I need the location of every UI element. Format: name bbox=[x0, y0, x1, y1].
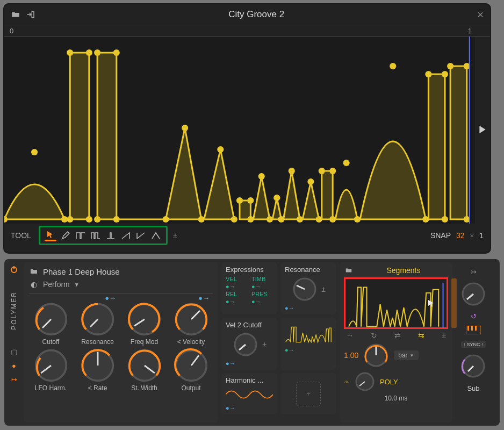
knob-label: < Velocity bbox=[177, 338, 205, 346]
svg-point-16 bbox=[236, 197, 243, 204]
ruler-end: 1 bbox=[468, 27, 485, 35]
refresh-icon[interactable]: ↺ bbox=[471, 312, 477, 320]
leaf-icon[interactable]: ❧ bbox=[344, 378, 350, 386]
knob-label: St. Width bbox=[131, 384, 157, 392]
vel2-route-icon[interactable]: ●→ bbox=[226, 360, 273, 367]
snap-times: × bbox=[470, 232, 474, 240]
tool-pulse-icon[interactable] bbox=[90, 230, 102, 241]
knob-stwidth[interactable] bbox=[127, 348, 162, 383]
import-icon[interactable] bbox=[26, 10, 35, 19]
tool-half-icon[interactable] bbox=[105, 230, 117, 241]
close-icon[interactable]: × bbox=[477, 9, 484, 21]
clock-icon[interactable]: ◐ bbox=[29, 280, 39, 289]
plus-icon[interactable]: + bbox=[296, 382, 321, 406]
svg-point-3 bbox=[67, 216, 73, 223]
play-icon[interactable] bbox=[479, 126, 486, 135]
loop-icon[interactable]: ↻ bbox=[371, 331, 377, 340]
resonance-title: Resonance bbox=[285, 266, 332, 274]
bipolar-icon[interactable]: ± bbox=[442, 331, 446, 340]
resonance-knob[interactable] bbox=[291, 276, 318, 303]
tool-triangle-icon[interactable] bbox=[150, 230, 162, 241]
svg-point-1 bbox=[31, 149, 38, 155]
svg-point-11 bbox=[162, 216, 169, 223]
knob-resonance[interactable] bbox=[80, 302, 116, 337]
knob-output[interactable] bbox=[174, 348, 209, 383]
segments-title[interactable]: Segments bbox=[359, 266, 448, 275]
vel-route-icon[interactable]: ●→ bbox=[226, 283, 247, 290]
svg-rect-67 bbox=[475, 326, 477, 331]
knob-lfoharm[interactable] bbox=[33, 348, 69, 383]
merge-icon[interactable]: ↣ bbox=[471, 268, 477, 276]
mod-arrow-icon[interactable]: ●→ bbox=[198, 294, 210, 302]
expand-icon[interactable]: ▢ bbox=[9, 347, 19, 357]
mod-arrow-icon[interactable]: ●→ bbox=[105, 294, 116, 302]
oneshot-icon[interactable]: → bbox=[346, 331, 354, 340]
pres-route-icon[interactable]: ●→ bbox=[251, 298, 273, 305]
remote-dot-icon[interactable]: ● bbox=[9, 361, 19, 371]
preset-folder[interactable]: Phase 1 Deep House bbox=[43, 267, 120, 276]
svg-point-21 bbox=[273, 195, 280, 201]
mini-route-icon[interactable]: ●→ bbox=[285, 347, 332, 353]
svg-point-9 bbox=[113, 49, 120, 56]
bipolar-icon[interactable]: ± bbox=[321, 285, 326, 293]
rate-knob[interactable] bbox=[363, 342, 390, 369]
poly-mode[interactable]: POLY bbox=[380, 378, 398, 386]
hold-icon[interactable]: ⇆ bbox=[418, 331, 424, 340]
play-column bbox=[475, 37, 490, 224]
knob-freqmod[interactable] bbox=[127, 302, 162, 337]
power-icon[interactable] bbox=[9, 264, 19, 274]
add-modulator-slot[interactable]: + bbox=[280, 373, 336, 414]
tool-pencil-icon[interactable] bbox=[60, 230, 71, 241]
harm-route-icon[interactable]: ●→ bbox=[226, 405, 273, 411]
svg-point-34 bbox=[425, 71, 431, 77]
expr-rel[interactable]: REL bbox=[226, 291, 247, 297]
mod-route-icon[interactable]: ↦ bbox=[9, 375, 19, 385]
pingpong-icon[interactable]: ⇄ bbox=[394, 331, 401, 340]
segments-preview[interactable] bbox=[344, 277, 448, 329]
smoothing-value[interactable]: 10.0 ms bbox=[344, 395, 448, 402]
piano-icon[interactable] bbox=[466, 326, 481, 336]
sub-knob[interactable] bbox=[460, 353, 486, 379]
tool-ramp-down-icon[interactable] bbox=[135, 230, 147, 241]
svg-point-29 bbox=[329, 216, 336, 223]
preset-menu[interactable]: Perform bbox=[43, 280, 70, 289]
segments-canvas[interactable] bbox=[4, 37, 475, 224]
expr-timb[interactable]: TIMB bbox=[251, 276, 273, 282]
timb-route-icon[interactable]: ●→ bbox=[251, 283, 273, 290]
svg-point-25 bbox=[307, 178, 314, 185]
svg-point-8 bbox=[94, 49, 100, 56]
svg-point-22 bbox=[278, 216, 284, 223]
knob-velocity[interactable] bbox=[174, 302, 209, 337]
snap-multiplier[interactable]: 1 bbox=[479, 231, 484, 240]
chevron-down-icon[interactable]: ▼ bbox=[74, 282, 80, 288]
sync-button[interactable]: ↑ SYNC ↑ bbox=[461, 341, 486, 348]
svg-point-33 bbox=[422, 216, 429, 223]
folder-icon[interactable] bbox=[11, 10, 20, 19]
snap-divisions[interactable]: 32 bbox=[456, 231, 465, 240]
folder-icon[interactable] bbox=[344, 266, 354, 275]
expr-pres[interactable]: PRES bbox=[251, 291, 273, 297]
expr-vel[interactable]: VEL bbox=[226, 276, 247, 282]
bipolar-icon[interactable]: ± bbox=[262, 340, 267, 349]
harmonic-box: Harmonic ... ●→ bbox=[221, 373, 277, 414]
rate-value[interactable]: 1.00 bbox=[344, 351, 358, 360]
tool-ramp-up-icon[interactable] bbox=[120, 230, 132, 241]
vel2-knob[interactable] bbox=[232, 331, 259, 358]
knob-rate[interactable] bbox=[80, 348, 116, 383]
smoothing-knob[interactable] bbox=[354, 371, 376, 392]
reso-route-icon[interactable]: ●→ bbox=[285, 305, 332, 311]
tool-step-icon[interactable] bbox=[75, 230, 87, 241]
rate-unit-select[interactable]: bar▼ bbox=[394, 350, 418, 360]
rail-knob-1[interactable] bbox=[460, 281, 486, 307]
mini-segments-preview[interactable]: ●→ bbox=[280, 318, 336, 370]
svg-point-12 bbox=[182, 125, 188, 131]
timeline-ruler[interactable]: 0 1 bbox=[4, 25, 490, 37]
svg-point-32 bbox=[390, 63, 396, 69]
rel-route-icon[interactable]: ●→ bbox=[226, 298, 247, 305]
folder-icon[interactable] bbox=[29, 267, 39, 276]
modulator-stack: Expressions VEL TIMB ●→ ●→ REL PRES ●→ ●… bbox=[221, 262, 336, 422]
svg-point-14 bbox=[217, 146, 224, 153]
tool-pointer-icon[interactable] bbox=[45, 230, 56, 241]
bipolar-toggle[interactable]: ± bbox=[173, 231, 177, 240]
knob-cutoff[interactable] bbox=[33, 302, 69, 337]
